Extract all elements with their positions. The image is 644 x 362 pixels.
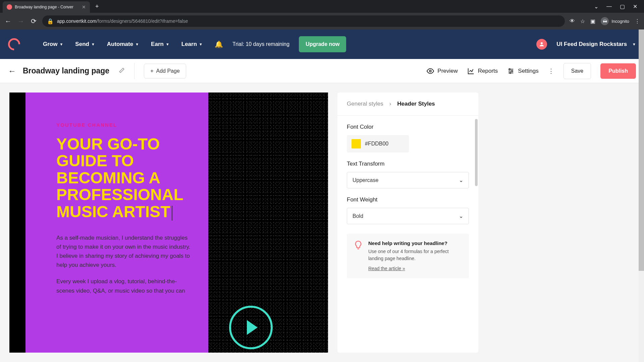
back-button[interactable]: ←: [8, 66, 16, 76]
svg-point-1: [430, 70, 432, 72]
panel-icon[interactable]: ▣: [590, 18, 595, 24]
font-weight-group: Font Weight Bold ⌄: [347, 196, 469, 224]
font-color-input[interactable]: #FDDB00: [347, 135, 409, 153]
canvas-right-panel: [208, 93, 328, 353]
play-button[interactable]: [229, 306, 273, 349]
canvas-left-panel: YOUTUBE CHANNEL YOUR GO-TO GUIDE TO BECO…: [25, 93, 208, 353]
help-content: Need help writing your headline? Use one…: [368, 240, 462, 272]
lock-icon: 🔒: [47, 18, 54, 24]
tab-title: Broadway landing page - Conver: [15, 5, 79, 9]
eyebrow-text[interactable]: YOUTUBE CHANNEL: [56, 122, 192, 128]
eye-icon: [427, 67, 434, 75]
address-bar: ← → ⟳ 🔒 app.convertkit.com/forms/designe…: [0, 13, 644, 29]
more-icon[interactable]: ⋮: [635, 18, 640, 24]
reports-button[interactable]: Reports: [467, 67, 498, 75]
url-input[interactable]: 🔒 app.convertkit.com/forms/designers/564…: [42, 15, 565, 27]
chevron-down-icon: ⌄: [459, 213, 463, 219]
eye-off-icon[interactable]: 👁: [570, 18, 575, 24]
minimize-icon[interactable]: —: [606, 3, 612, 10]
lightbulb-icon: [354, 240, 363, 250]
page-title: Broadway landing page: [23, 66, 109, 75]
browser-tab[interactable]: Broadway landing page - Conver ✕: [3, 1, 90, 13]
settings-button[interactable]: Settings: [507, 67, 538, 75]
window-controls: ⌄ — ▢ ✕: [594, 3, 641, 10]
trial-text: Trial: 10 days remaining: [232, 41, 289, 48]
new-tab-button[interactable]: +: [95, 3, 99, 10]
page-scrollbar[interactable]: [639, 29, 644, 362]
font-weight-select[interactable]: Bold ⌄: [347, 208, 469, 224]
app-nav: Grow▼ Send▼ Automate▼ Earn▼ Learn▼ 🔔 Tri…: [0, 29, 644, 59]
help-box: Need help writing your headline? Use one…: [347, 234, 469, 278]
browser-chrome: Broadway landing page - Conver ✕ + ⌄ — ▢…: [0, 0, 644, 29]
text-transform-label: Text Transform: [347, 161, 469, 167]
chevron-down-icon: ▼: [199, 42, 203, 46]
chevron-down-icon: ▼: [632, 42, 636, 47]
svg-point-7: [510, 72, 511, 73]
close-icon[interactable]: ✕: [82, 4, 86, 10]
nav-menu: Grow▼ Send▼ Automate▼ Earn▼ Learn▼: [43, 41, 203, 48]
nav-send[interactable]: Send▼: [75, 41, 95, 48]
toolbar-right: Preview Reports Settings ⋮ Save Publish: [427, 63, 636, 79]
svg-point-6: [512, 70, 513, 72]
bookmark-icon[interactable]: ☆: [580, 18, 585, 24]
main: YOUTUBE CHANNEL YOUR GO-TO GUIDE TO BECO…: [0, 83, 644, 362]
forward-icon[interactable]: →: [17, 17, 25, 25]
svg-point-0: [541, 42, 543, 44]
account-menu[interactable]: UI Feed Design Rockstars ▼: [556, 41, 636, 48]
svg-point-5: [509, 68, 511, 70]
maximize-icon[interactable]: ▢: [620, 3, 625, 10]
color-value: #FDDB00: [365, 141, 388, 147]
tabs-dropdown-icon[interactable]: ⌄: [594, 3, 598, 10]
font-color-label: Font Color: [347, 124, 469, 130]
color-swatch: [352, 139, 361, 148]
nav-grow[interactable]: Grow▼: [43, 41, 63, 48]
sidebar-scrollbar[interactable]: [475, 119, 478, 186]
back-icon[interactable]: ←: [4, 17, 12, 25]
headline-text[interactable]: YOUR GO-TO GUIDE TO BECOMING A PROFESSIO…: [56, 136, 192, 221]
publish-button[interactable]: Publish: [600, 63, 636, 79]
close-window-icon[interactable]: ✕: [633, 3, 637, 10]
url-text: app.convertkit.com/forms/designers/56468…: [57, 18, 188, 24]
reload-icon[interactable]: ⟳: [30, 17, 38, 25]
logo[interactable]: [6, 36, 23, 53]
font-color-group: Font Color #FDDB00: [347, 124, 469, 153]
avatar[interactable]: [536, 39, 547, 50]
more-button[interactable]: ⋮: [548, 67, 554, 75]
upgrade-button[interactable]: Upgrade now: [299, 36, 346, 53]
sidebar: General styles › Header Styles Font Colo…: [337, 93, 478, 353]
text-transform-select[interactable]: Uppercase ⌄: [347, 172, 469, 188]
breadcrumb-parent[interactable]: General styles: [347, 101, 383, 107]
incognito-icon: 🕶: [601, 17, 609, 25]
incognito-label[interactable]: 🕶 Incognito: [601, 17, 629, 25]
sidebar-body: Font Color #FDDB00 Text Transform Upperc…: [337, 116, 478, 286]
body-paragraph-2[interactable]: Every week I upload a vlog, tutorial, be…: [56, 277, 192, 295]
tab-bar: Broadway landing page - Conver ✕ + ⌄ — ▢…: [0, 0, 644, 13]
chevron-down-icon: ▼: [135, 42, 139, 46]
chevron-down-icon: ▼: [59, 42, 63, 46]
edit-icon[interactable]: [119, 67, 125, 75]
nav-earn[interactable]: Earn▼: [151, 41, 169, 48]
help-text: Use one of our 4 formulas for a perfect …: [368, 248, 462, 262]
divider: [134, 63, 135, 79]
bell-icon[interactable]: 🔔: [215, 40, 223, 48]
address-icons: 👁 ☆ ▣ 🕶 Incognito ⋮: [570, 17, 640, 25]
preview-button[interactable]: Preview: [427, 67, 458, 75]
text-transform-group: Text Transform Uppercase ⌄: [347, 161, 469, 188]
tab-favicon: [7, 4, 12, 10]
chevron-right-icon: ›: [389, 101, 391, 107]
page-scrollbar-thumb[interactable]: [639, 29, 644, 271]
toolbar: ← Broadway landing page + Add Page Previ…: [0, 59, 644, 83]
chevron-down-icon: ⌄: [459, 177, 463, 183]
help-link[interactable]: Read the article »: [368, 266, 405, 271]
chevron-down-icon: ▼: [166, 42, 169, 46]
nav-learn[interactable]: Learn▼: [181, 41, 203, 48]
save-button[interactable]: Save: [564, 63, 591, 79]
body-paragraph-1[interactable]: As a self-made musician, I understand th…: [56, 233, 192, 270]
canvas[interactable]: YOUTUBE CHANNEL YOUR GO-TO GUIDE TO BECO…: [9, 93, 328, 353]
add-page-button[interactable]: + Add Page: [144, 64, 186, 78]
nav-automate[interactable]: Automate▼: [107, 41, 139, 48]
help-title: Need help writing your headline?: [368, 240, 462, 246]
chart-icon: [467, 67, 475, 75]
plus-icon: +: [150, 68, 153, 74]
chevron-down-icon: ▼: [91, 42, 95, 46]
